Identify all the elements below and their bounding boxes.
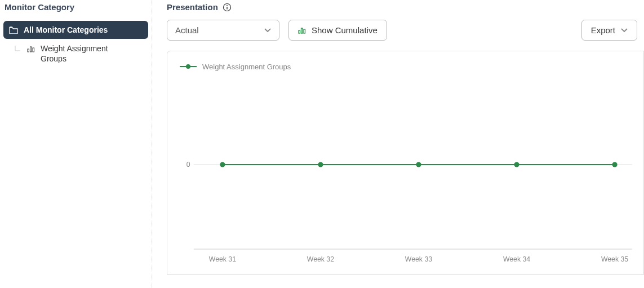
svg-rect-0 [28,49,29,52]
svg-rect-1 [30,47,32,52]
svg-rect-6 [299,30,300,33]
folder-icon [9,26,18,34]
show-cumulative-button[interactable]: Show Cumulative [288,20,387,41]
mode-select-value: Actual [175,25,199,35]
chevron-down-icon [264,28,271,33]
svg-point-14 [416,162,421,167]
svg-text:Week 32: Week 32 [307,255,334,263]
toolbar: Actual Show Cumulative Export [167,20,644,41]
svg-point-13 [318,162,323,167]
info-icon[interactable] [223,3,232,12]
bar-chart-icon [298,26,306,34]
sidebar: Monitor Category All Monitor Categories … [0,0,152,288]
svg-text:0: 0 [186,161,190,169]
svg-point-16 [612,162,617,167]
svg-text:Week 33: Week 33 [405,255,432,263]
legend: Weight Assignment Groups [180,63,291,71]
svg-rect-8 [304,29,305,33]
legend-series-label: Weight Assignment Groups [202,63,291,71]
mode-select[interactable]: Actual [167,20,279,41]
sidebar-header: Monitor Category [0,0,152,21]
svg-text:Week 31: Week 31 [209,255,236,263]
svg-text:Week 34: Week 34 [503,255,530,263]
bar-chart-icon [27,43,35,53]
main-header-title: Presentation [167,2,218,12]
tree-connector [14,43,21,57]
svg-text:Week 35: Week 35 [601,255,628,263]
show-cumulative-label: Show Cumulative [312,25,377,35]
tree-root-all-categories[interactable]: All Monitor Categories [3,21,148,39]
svg-rect-7 [301,28,303,33]
svg-rect-5 [226,7,227,10]
chart-plot: 0Week 31Week 32Week 33Week 34Week 35 [176,74,638,266]
chevron-down-icon [621,28,628,33]
svg-point-12 [220,162,225,167]
svg-rect-2 [33,48,34,52]
export-label: Export [591,25,615,35]
tree-child-label: Weight Assignment Groups [41,43,131,64]
tree-root-label: All Monitor Categories [24,25,108,34]
main-header: Presentation [167,0,644,20]
legend-marker [180,66,197,67]
tree-child-weight-assignment-groups[interactable]: Weight Assignment Groups [0,41,152,66]
main-panel: Presentation Actual Show Cumulative Expo… [152,0,644,288]
chart-container: Weight Assignment Groups 0Week 31Week 32… [167,51,644,275]
svg-point-4 [226,5,228,6]
svg-point-15 [514,162,519,167]
export-button[interactable]: Export [581,20,637,41]
